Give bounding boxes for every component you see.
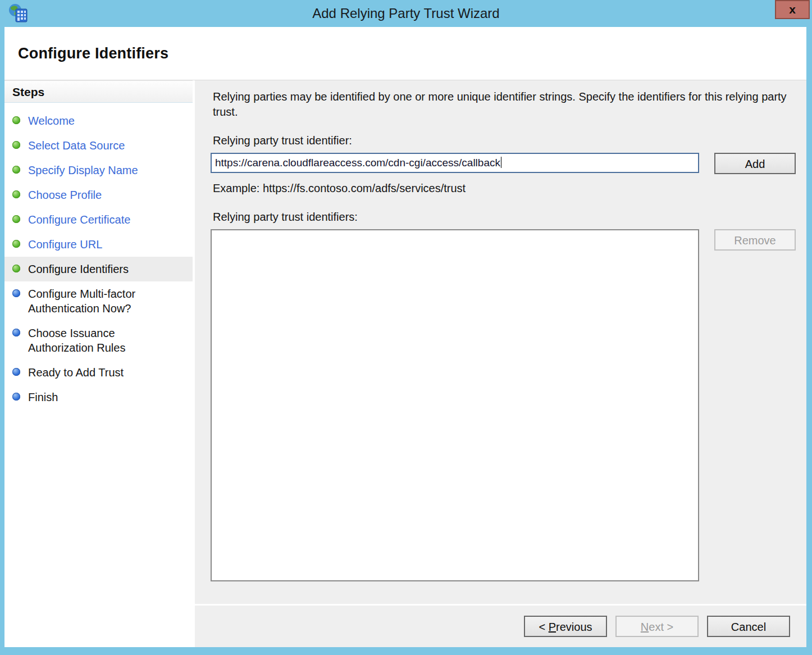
step-choose-profile[interactable]: Choose Profile: [4, 183, 193, 207]
text-caret: [501, 157, 501, 168]
example-text: Example: https://fs.contoso.com/adfs/ser…: [213, 182, 806, 195]
completed-step-icon: [12, 215, 20, 223]
page-header: Configure Identifiers: [4, 27, 806, 80]
completed-step-icon: [12, 240, 20, 248]
window-title: Add Relying Party Trust Wizard: [0, 0, 812, 27]
upcoming-step-icon: [12, 393, 20, 401]
step-ready-to-add-trust: Ready to Add Trust: [4, 360, 193, 385]
cancel-button[interactable]: Cancel: [707, 616, 790, 637]
page-title: Configure Identifiers: [4, 27, 806, 62]
intro-text: Relying parties may be identified by one…: [213, 89, 797, 120]
wizard-page-content: Relying parties may be identified by one…: [195, 80, 806, 604]
step-finish: Finish: [4, 385, 193, 410]
step-select-data-source[interactable]: Select Data Source: [4, 133, 193, 158]
upcoming-step-icon: [12, 289, 20, 297]
step-choose-issuance-rules: Choose Issuance Authorization Rules: [4, 321, 193, 360]
step-welcome[interactable]: Welcome: [4, 108, 193, 133]
step-configure-identifiers-current[interactable]: Configure Identifiers: [4, 257, 193, 281]
wizard-button-bar: < Previous Next > Cancel: [195, 604, 806, 647]
identifier-field-label: Relying party trust identifier:: [213, 134, 806, 147]
step-specify-display-name[interactable]: Specify Display Name: [4, 158, 193, 183]
previous-button[interactable]: < Previous: [524, 616, 607, 637]
upcoming-step-icon: [12, 368, 20, 376]
upcoming-step-icon: [12, 329, 20, 336]
close-button[interactable]: x: [775, 0, 810, 19]
steps-list: Welcome Select Data Source Specify Displ…: [4, 103, 193, 410]
identifiers-listbox[interactable]: [211, 229, 699, 581]
completed-step-icon: [12, 116, 20, 124]
completed-step-icon: [12, 166, 20, 174]
wizard-window: Add Relying Party Trust Wizard x Configu…: [0, 0, 812, 655]
identifiers-list-label: Relying party trust identifiers:: [213, 211, 806, 224]
completed-step-icon: [12, 265, 20, 272]
relying-party-identifier-input[interactable]: https://carena.cloudflareaccess.com/cdn-…: [211, 153, 699, 173]
titlebar: Add Relying Party Trust Wizard x: [0, 0, 812, 27]
completed-step-icon: [12, 190, 20, 198]
step-configure-url[interactable]: Configure URL: [4, 232, 193, 257]
next-button[interactable]: Next >: [615, 616, 699, 637]
steps-heading: Steps: [4, 80, 193, 103]
steps-sidebar: Steps Welcome Select Data Source Specify…: [4, 80, 195, 647]
step-configure-mfa: Configure Multi-factor Authentication No…: [4, 281, 193, 321]
window-body: Configure Identifiers Steps Welcome Sele…: [4, 27, 806, 647]
step-configure-certificate[interactable]: Configure Certificate: [4, 207, 193, 232]
completed-step-icon: [12, 141, 20, 149]
add-button[interactable]: Add: [714, 153, 796, 174]
remove-button[interactable]: Remove: [714, 229, 796, 251]
